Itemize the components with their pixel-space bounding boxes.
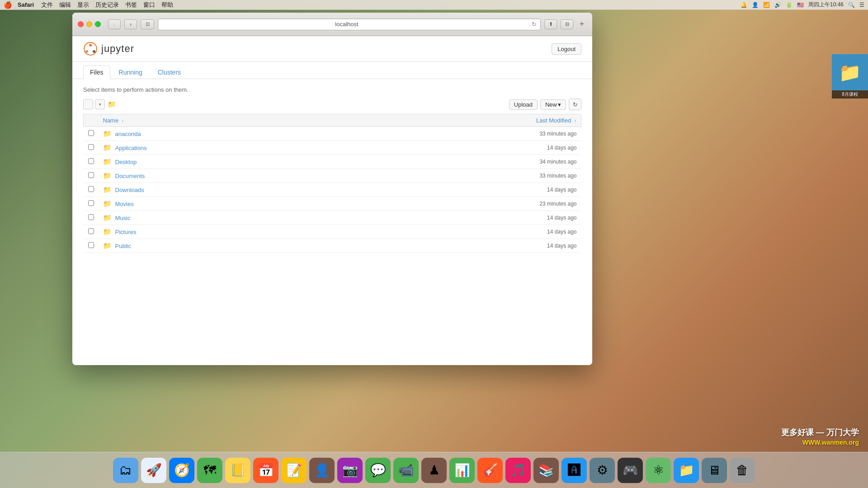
file-link[interactable]: 📁 Public [103,242,495,250]
address-bar[interactable]: localhost ↻ [158,19,541,30]
row-name-cell: 📁 Public [99,239,500,253]
dock-item-steam[interactable]: 🎮 [618,458,643,483]
dock-item-appstore[interactable]: 🅰 [561,458,587,483]
row-checkbox[interactable] [88,158,94,164]
dock-item-filemanager[interactable]: 📁 [674,458,699,483]
row-checkbox[interactable] [88,242,94,248]
close-button[interactable] [78,21,84,27]
row-checkbox[interactable] [88,130,94,136]
dock-item-stickies[interactable]: 📝 [281,458,307,483]
row-date-cell: 23 minutes ago [500,197,581,211]
tab-running[interactable]: Running [112,66,149,79]
menu-edit[interactable]: 编辑 [59,1,71,9]
select-all-checkbox[interactable] [83,99,93,109]
row-checkbox[interactable] [88,172,94,178]
dock-item-itunes[interactable]: 🎵 [505,458,531,483]
tab-clusters[interactable]: Clusters [151,66,188,79]
row-date-cell: 14 days ago [500,211,581,225]
row-name-cell: 📁 Desktop [99,155,500,169]
table-row: 📁 anaconda 33 minutes ago [84,127,581,141]
menu-window[interactable]: 窗口 [143,1,155,9]
dock-item-finder[interactable]: 🗂 [113,458,138,483]
forward-button[interactable]: › [124,19,137,29]
jupyter-logo: jupyter [83,42,134,56]
watermark-line1: 更多好课 — 万门大学 [781,427,859,438]
dock-item-ibooks[interactable]: 📚 [533,458,559,483]
file-link[interactable]: 📁 Music [103,214,495,222]
menubar: 🍎 Safari 文件 编辑 显示 历史记录 书签 窗口 帮助 🔔 👤 📶 🔊 … [0,0,868,10]
corner-folder[interactable]: 📁 [832,54,868,90]
file-name: Public [115,243,131,249]
dock-item-safari[interactable]: 🧭 [169,458,194,483]
row-checkbox[interactable] [88,214,94,220]
row-date-cell: 14 days ago [500,141,581,155]
tab-overview-button[interactable]: ⊡ [141,19,154,29]
table-header-row: Name ↑ Last Modified ↑ [84,114,581,127]
dock-item-facetime[interactable]: 📹 [393,458,419,483]
dock-item-numbers[interactable]: 📊 [449,458,475,483]
search-icon[interactable]: 🔍 [848,2,855,8]
file-link[interactable]: 📁 Movies [103,200,495,208]
dock-item-calendar[interactable]: 📅 [253,458,278,483]
control-center-icon[interactable]: ☰ [859,2,864,8]
dock-item-systemprefs[interactable]: ⚙ [590,458,615,483]
row-checkbox-cell [84,239,99,253]
menu-bookmarks[interactable]: 书签 [125,1,137,9]
dock-item-atom[interactable]: ⚛ [646,458,671,483]
table-row: 📁 Downloads 14 days ago [84,183,581,197]
file-link[interactable]: 📁 Applications [103,144,495,152]
dock-item-maps[interactable]: 🗺 [197,458,222,483]
svg-point-1 [89,44,92,47]
new-button[interactable]: New ▾ [540,99,566,110]
row-name-cell: 📁 Applications [99,141,500,155]
menu-view[interactable]: 显示 [77,1,89,9]
dock-item-chess[interactable]: ♟ [421,458,447,483]
back-button[interactable]: ‹ [108,19,121,29]
tab-files[interactable]: Files [83,66,110,79]
select-dropdown[interactable]: ▾ [95,99,105,109]
file-link[interactable]: 📁 Documents [103,172,495,180]
file-name: Pictures [115,229,137,235]
dock-item-photos[interactable]: 📷 [337,458,363,483]
upload-button[interactable]: Upload [509,99,538,110]
row-checkbox[interactable] [88,186,94,192]
row-checkbox[interactable] [88,200,94,206]
file-link[interactable]: 📁 Downloads [103,186,495,194]
row-checkbox[interactable] [88,144,94,150]
watermark-line2: WWW.wanmen.org [781,438,859,447]
dock-item-launchpad[interactable]: 🚀 [141,458,166,483]
menu-help[interactable]: 帮助 [161,1,173,9]
file-browser-hint: Select items to perform actions on them. [83,86,581,93]
new-tab-button[interactable]: + [577,19,587,29]
dock-item-trash[interactable]: 🗑 [730,458,755,483]
table-row: 📁 Movies 23 minutes ago [84,197,581,211]
table-row: 📁 Pictures 14 days ago [84,225,581,239]
row-checkbox[interactable] [88,228,94,234]
folder-icon-btn[interactable]: 📁 [107,99,117,109]
date-col-header[interactable]: Last Modified ↑ [500,114,581,127]
flag-icon: 🇺🇸 [797,2,804,8]
logout-button[interactable]: Logout [552,43,581,55]
sidebar-button[interactable]: ⊟ [561,19,573,29]
file-link[interactable]: 📁 Pictures [103,228,495,236]
name-col-header[interactable]: Name ↑ [99,114,500,127]
dock-item-contacts[interactable]: 👤 [309,458,335,483]
app-name[interactable]: Safari [18,1,34,8]
reload-button[interactable]: ↻ [532,21,537,28]
refresh-button[interactable]: ↻ [569,99,581,110]
dock-item-unknown1[interactable]: 🖥 [702,458,727,483]
dock-item-garageband[interactable]: 🎸 [477,458,503,483]
menu-file[interactable]: 文件 [41,1,53,9]
minimize-button[interactable] [86,21,92,27]
dock-item-notes[interactable]: 📒 [225,458,250,483]
dock-item-messages[interactable]: 💬 [365,458,391,483]
row-name-cell: 📁 Downloads [99,183,500,197]
row-checkbox-cell [84,197,99,211]
maximize-button[interactable] [95,21,101,27]
file-link[interactable]: 📁 anaconda [103,130,495,138]
row-name-cell: 📁 Music [99,211,500,225]
file-link[interactable]: 📁 Desktop [103,158,495,166]
share-button[interactable]: ⬆ [544,19,557,29]
menu-history[interactable]: 历史记录 [95,1,119,9]
apple-menu[interactable]: 🍎 [4,1,12,9]
